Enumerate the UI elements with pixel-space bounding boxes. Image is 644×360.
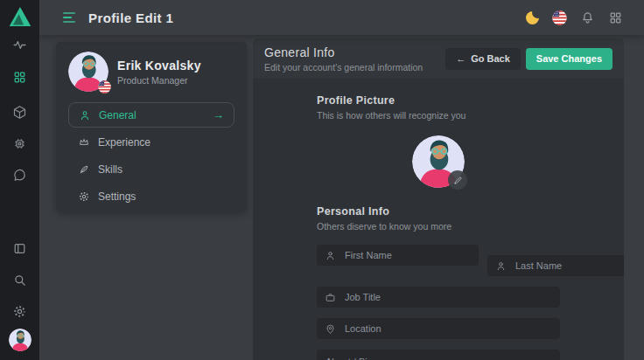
last-name-input[interactable] [514,260,624,272]
profile-nav: General → Experience Skills Settings [68,102,234,209]
edit-avatar-button[interactable] [448,170,467,190]
nav-label: Experience [98,136,150,149]
user-name: Erik Kovalsky [117,59,201,73]
briefcase-icon [325,292,336,303]
back-arrow-icon: ← [456,53,466,64]
location-field[interactable] [317,318,560,339]
save-changes-button[interactable]: Save Changes [526,48,612,70]
job-title-input[interactable] [343,291,552,303]
panel-header: General Info Edit your account's general… [253,38,624,79]
user-summary: Erik Kovalsky Product Manager [68,52,234,92]
profile-picture-avatar [412,135,465,188]
crown-icon [78,136,90,149]
nav-item-experience[interactable]: Experience [68,130,234,155]
layout-panel-icon[interactable] [12,240,28,256]
chat-icon[interactable] [12,167,28,183]
last-name-field[interactable] [487,255,624,276]
dashboard-grid-icon[interactable] [12,69,28,85]
about-bio-textarea[interactable] [317,350,560,360]
personal-info-form [317,245,560,360]
first-name-field[interactable] [317,245,479,266]
pencil-icon [453,176,463,185]
profile-picture-title: Profile Picture [317,94,560,107]
bell-icon[interactable] [579,10,595,25]
location-input[interactable] [343,322,552,335]
personal-info-title: Personal Info [317,205,560,218]
icon-rail [0,0,39,360]
user-icon [495,260,507,272]
chip-icon[interactable] [12,135,28,151]
personal-info-subtitle: Others diserve to know you more [317,221,560,232]
profile-picture-subtitle: This is how others will recognize you [317,110,560,121]
gear-icon [78,190,90,203]
user-icon [79,109,91,121]
go-back-button[interactable]: ← Go Back [445,48,521,70]
nav-item-general[interactable]: General → [68,102,234,128]
panel-title: General Info [264,45,423,59]
general-info-panel: General Info Edit your account's general… [253,38,624,360]
page-title: Profile Edit 1 [88,10,173,25]
profile-sidebar: Erik Kovalsky Product Manager General → … [56,42,247,212]
nav-label: General [99,109,136,121]
app-logo-icon[interactable] [7,4,33,29]
arrow-right-icon: → [213,108,224,121]
panel-body: Profile Picture This is how others will … [253,79,624,360]
nav-item-settings[interactable]: Settings [68,184,234,209]
gear-icon[interactable] [12,303,28,319]
dark-mode-moon-icon[interactable] [526,11,539,24]
rail-user-avatar[interactable] [9,329,32,351]
user-avatar [68,52,108,92]
box-icon[interactable] [12,104,28,120]
menu-icon[interactable] [63,12,75,23]
apps-grid-icon[interactable] [607,10,623,25]
first-name-input[interactable] [343,249,471,261]
language-flag-icon[interactable] [551,10,567,25]
app-window: Profile Edit 1 Erik Kovalsky Product Man… [0,0,644,360]
top-bar: Profile Edit 1 [39,0,644,35]
job-title-field[interactable] [317,287,560,308]
user-icon [325,250,336,261]
user-flag-badge-icon [98,80,111,93]
user-role: Product Manager [117,75,201,86]
nav-label: Settings [98,190,136,203]
feather-icon [78,163,90,176]
nav-label: Skills [98,163,122,176]
map-pin-icon [325,323,336,335]
panel-subtitle: Edit your account's general information [264,62,423,73]
nav-item-skills[interactable]: Skills [68,157,234,182]
search-icon[interactable] [12,272,28,287]
activity-icon[interactable] [12,37,28,52]
